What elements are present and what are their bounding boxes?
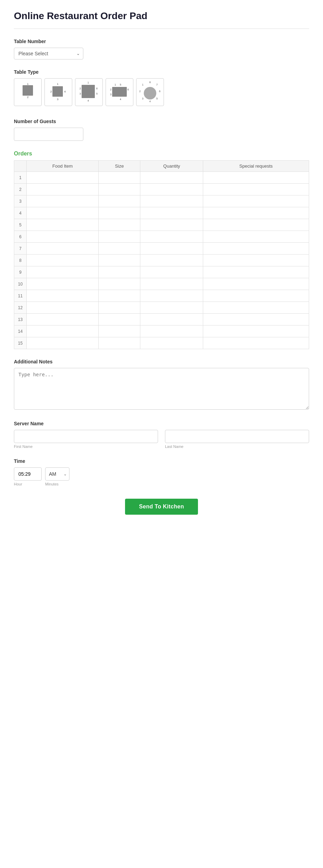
svg-text:1: 1 [115,83,116,86]
order-cell-special-requests[interactable] [203,231,309,243]
order-cell-food-item[interactable] [27,326,99,337]
table-type-option-5[interactable]: 8 7 6 5 4 3 2 1 [136,78,164,106]
order-cell-quantity[interactable] [140,184,203,195]
svg-text:2: 2 [110,88,111,91]
order-cell-food-item[interactable] [27,231,99,243]
order-cell-quantity[interactable] [140,314,203,326]
table-type-option-2[interactable]: 1 2 4 3 [44,78,72,106]
order-cell-size[interactable] [98,337,140,349]
order-row: 13 [14,314,309,326]
notes-textarea[interactable] [14,368,309,410]
svg-text:3: 3 [80,93,81,95]
order-cell-special-requests[interactable] [203,243,309,255]
order-cell-size[interactable] [98,278,140,290]
order-cell-size[interactable] [98,231,140,243]
order-cell-special-requests[interactable] [203,172,309,184]
order-cell-special-requests[interactable] [203,255,309,266]
orders-title: Orders [14,151,309,157]
order-cell-quantity[interactable] [140,326,203,337]
order-cell-food-item[interactable] [27,314,99,326]
svg-text:4: 4 [88,99,89,102]
guests-input[interactable] [14,128,83,141]
order-cell-special-requests[interactable] [203,184,309,195]
svg-text:6: 6 [159,90,160,93]
last-name-input[interactable] [165,430,309,443]
order-cell-food-item[interactable] [27,207,99,219]
table-type-label: Table Type [14,69,309,75]
order-cell-quantity[interactable] [140,337,203,349]
order-cell-special-requests[interactable] [203,278,309,290]
svg-text:8: 8 [149,81,151,83]
svg-text:7: 7 [156,83,158,86]
order-cell-size[interactable] [98,207,140,219]
time-section: Time AM PM ⌄ Hour Minutes [14,458,309,486]
order-cell-special-requests[interactable] [203,314,309,326]
order-row-num: 14 [14,326,27,337]
order-cell-food-item[interactable] [27,184,99,195]
send-to-kitchen-button[interactable]: Send To Kitchen [125,499,198,515]
order-cell-food-item[interactable] [27,243,99,255]
order-cell-special-requests[interactable] [203,207,309,219]
order-row: 14 [14,326,309,337]
col-row-num [14,161,27,172]
order-cell-quantity[interactable] [140,290,203,302]
order-cell-food-item[interactable] [27,290,99,302]
order-cell-size[interactable] [98,326,140,337]
order-cell-quantity[interactable] [140,172,203,184]
table-type-option-4[interactable]: 1 5 2 6 3 4 [106,78,133,106]
order-cell-quantity[interactable] [140,231,203,243]
order-cell-quantity[interactable] [140,278,203,290]
order-cell-food-item[interactable] [27,255,99,266]
order-cell-quantity[interactable] [140,266,203,278]
ampm-select[interactable]: AM PM [45,467,69,481]
svg-text:5: 5 [96,93,98,95]
order-cell-food-item[interactable] [27,266,99,278]
order-cell-size[interactable] [98,172,140,184]
order-row-num: 3 [14,195,27,207]
order-cell-food-item[interactable] [27,219,99,231]
table-number-select[interactable]: Please Select 1234 5678 910 [14,48,83,59]
order-cell-size[interactable] [98,290,140,302]
svg-text:5: 5 [120,83,121,86]
table-type-option-1[interactable]: 1 2 [14,78,42,106]
order-cell-quantity[interactable] [140,302,203,314]
table-type-option-3[interactable]: 1 2 6 3 5 4 [75,78,103,106]
order-cell-size[interactable] [98,195,140,207]
guests-section: Number of Guests [14,119,309,141]
order-cell-quantity[interactable] [140,195,203,207]
order-cell-quantity[interactable] [140,207,203,219]
order-cell-special-requests[interactable] [203,266,309,278]
order-cell-special-requests[interactable] [203,337,309,349]
order-cell-size[interactable] [98,266,140,278]
first-name-input[interactable] [14,430,158,443]
order-row: 11 [14,290,309,302]
svg-text:2: 2 [139,90,141,93]
svg-text:3: 3 [110,93,111,96]
time-hour-input[interactable] [14,467,42,481]
order-cell-food-item[interactable] [27,172,99,184]
order-cell-quantity[interactable] [140,255,203,266]
order-cell-special-requests[interactable] [203,326,309,337]
order-cell-quantity[interactable] [140,243,203,255]
notes-label: Additional Notes [14,359,309,364]
order-cell-food-item[interactable] [27,195,99,207]
order-cell-special-requests[interactable] [203,219,309,231]
order-cell-quantity[interactable] [140,219,203,231]
order-cell-food-item[interactable] [27,278,99,290]
order-cell-food-item[interactable] [27,302,99,314]
order-cell-size[interactable] [98,302,140,314]
svg-rect-8 [82,85,95,98]
order-cell-size[interactable] [98,184,140,195]
order-cell-size[interactable] [98,219,140,231]
order-cell-special-requests[interactable] [203,195,309,207]
order-cell-size[interactable] [98,255,140,266]
order-cell-size[interactable] [98,314,140,326]
col-size: Size [98,161,140,172]
order-cell-special-requests[interactable] [203,290,309,302]
order-row-num: 7 [14,243,27,255]
order-row-num: 1 [14,172,27,184]
order-cell-special-requests[interactable] [203,302,309,314]
order-cell-food-item[interactable] [27,337,99,349]
notes-section: Additional Notes [14,359,309,411]
order-cell-size[interactable] [98,243,140,255]
